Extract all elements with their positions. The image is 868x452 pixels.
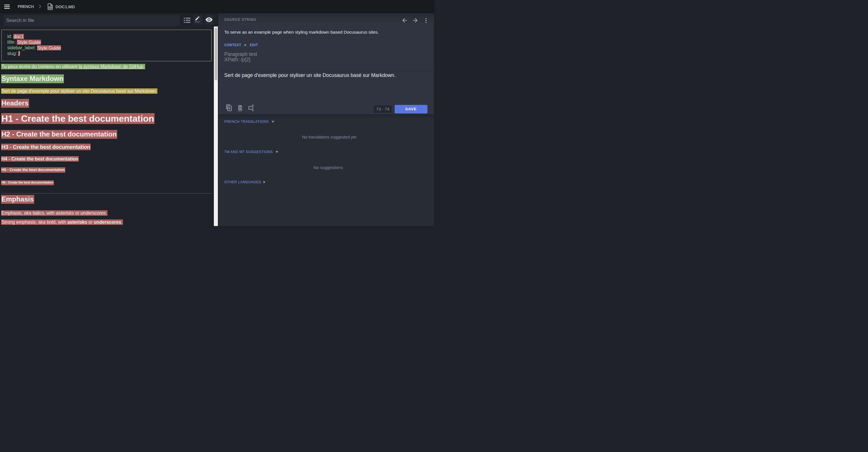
svg-text:M: M	[49, 6, 51, 8]
